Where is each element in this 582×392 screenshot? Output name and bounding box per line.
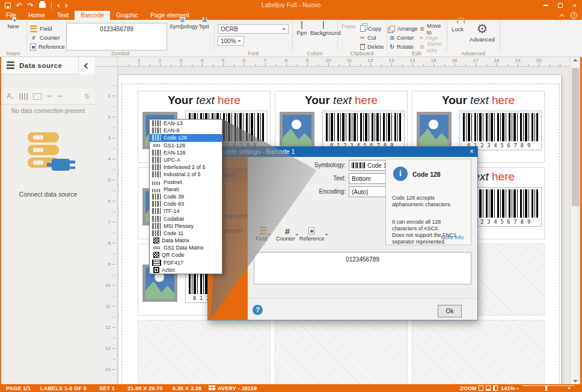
connect-data-source-icon[interactable]: [28, 132, 76, 176]
dropdown-item-gs1-data-matrix[interactable]: GS1GS1 Data Matrix: [150, 244, 222, 251]
zoom-in-button[interactable]: +: [568, 385, 571, 391]
empty-label-cell[interactable]: [138, 320, 271, 384]
dropdown-item-code-128[interactable]: Code 128: [150, 134, 222, 141]
dropdown-item-code-39[interactable]: Code 39: [150, 193, 222, 200]
more-info-link[interactable]: More info: [441, 234, 464, 240]
dropdown-item-ean-8[interactable]: EAN-8: [150, 127, 222, 134]
ruler-corner: [95, 57, 118, 67]
connect-data-source-label[interactable]: Connect data source: [1, 191, 95, 198]
tab-graphic[interactable]: Graphic: [110, 11, 144, 20]
dropdown-item-gs1-128[interactable]: GS1GS1-128: [150, 142, 222, 149]
move-to-button[interactable]: ⊞Move to: [420, 25, 447, 32]
empty-label-cell[interactable]: [412, 320, 545, 384]
arrange-button[interactable]: Arrange: [390, 25, 418, 32]
tab-home[interactable]: Home: [22, 11, 51, 20]
font-family-select[interactable]: OCRB: [218, 24, 289, 34]
ruler-tick: [234, 64, 234, 66]
lock-button[interactable]: Lock: [448, 22, 467, 32]
dropdown-item-upc-a[interactable]: UPC-A: [150, 156, 222, 164]
merge-left-icon[interactable]: ▪◂▪: [58, 94, 63, 99]
dropdown-item-industrial-2-of-5[interactable]: Industrial 2 of 5: [150, 171, 222, 178]
label-text-red: here: [489, 94, 515, 106]
symbology-button[interactable]: ⚙ Symbology: [170, 22, 195, 36]
add-barcode-field-icon[interactable]: [19, 93, 28, 100]
dropdown-item-ean-128[interactable]: EAN-128: [150, 149, 222, 156]
dropdown-item-msi-plessey[interactable]: MSI Plessey: [150, 222, 222, 230]
ruler-tick: [465, 64, 466, 66]
scrollbar-thumb[interactable]: [572, 68, 580, 206]
image-placeholder[interactable]: [280, 112, 314, 149]
center-button[interactable]: ⊞Center: [390, 34, 414, 41]
copy-button[interactable]: Copy: [360, 25, 381, 32]
minimize-button[interactable]: [539, 0, 553, 11]
zoom-slider[interactable]: [522, 385, 575, 387]
collapse-panel-button[interactable]: [78, 57, 95, 75]
db-slot: [33, 161, 43, 165]
empty-label-cell[interactable]: [275, 320, 408, 384]
barcode[interactable]: 0123456789: [459, 111, 542, 150]
maximize-button[interactable]: [553, 0, 568, 11]
font-size-select[interactable]: 100%: [218, 36, 244, 46]
add-text-field-icon[interactable]: A+: [7, 92, 14, 100]
image-placeholder[interactable]: [417, 112, 452, 149]
barcode-value-input[interactable]: 0123456789: [254, 252, 471, 284]
label-text[interactable]: Your text here: [275, 93, 407, 108]
label-text[interactable]: Your text here: [138, 93, 270, 108]
advanced-button[interactable]: ⚙ Advanced: [467, 22, 497, 43]
tab-page-element[interactable]: Page element: [144, 11, 195, 20]
page-width-view-icon[interactable]: [486, 385, 491, 391]
dropdown-item-ean-13[interactable]: EAN-13: [150, 120, 222, 127]
help-icon[interactable]: ?: [571, 12, 577, 19]
help-icon[interactable]: ?: [253, 305, 263, 315]
ruler-tick: [297, 64, 298, 66]
reference-button[interactable]: Reference: [30, 43, 65, 51]
background-color-button[interactable]: Background: [310, 22, 337, 43]
dropdown-item-data-matrix[interactable]: Data Matrix: [150, 237, 222, 244]
ok-button[interactable]: Ok: [438, 305, 462, 317]
barcode-text-button[interactable]: A Text: [196, 22, 212, 36]
counter-button[interactable]: #Counter: [30, 34, 60, 41]
merge-right-icon[interactable]: ▪▸▪: [47, 94, 52, 99]
dialog-counter-button[interactable]: # Counter: [275, 226, 299, 242]
dropdown-item-pdf417[interactable]: PDF417: [150, 259, 222, 266]
rotate-button[interactable]: ↻Rotate: [390, 43, 414, 51]
scroll-down-icon[interactable]: [573, 380, 578, 382]
dialog-reference-button[interactable]: Reference: [299, 226, 323, 242]
dropdown-item-code-93[interactable]: Code 93: [150, 200, 222, 207]
dialog-close-button[interactable]: ×: [470, 147, 474, 157]
new-barcode-button[interactable]: + New: [2, 22, 24, 29]
symbol-value-input[interactable]: 0123456789: [66, 23, 167, 51]
one-page-view-icon[interactable]: [479, 385, 483, 391]
template-button[interactable]: AVERY - J8159: [218, 385, 257, 391]
pen-color-button[interactable]: Pen: [293, 22, 310, 43]
tab-text[interactable]: Text: [51, 11, 75, 20]
dropdown-item-aztec[interactable]: Aztec: [150, 266, 222, 274]
dropdown-item-postnet[interactable]: Postnet: [150, 179, 222, 186]
tab-file[interactable]: File: [0, 11, 22, 20]
delete-button[interactable]: Delete: [360, 43, 384, 51]
dropdown-item-qr-code[interactable]: QR Code: [150, 251, 222, 259]
vertical-scrollbar[interactable]: [570, 57, 580, 384]
same-size-button[interactable]: ⊞Same size: [420, 43, 447, 51]
cut-button[interactable]: ✂Cut: [360, 34, 376, 41]
fit-page-view-icon[interactable]: [493, 385, 498, 391]
dropdown-item-codabar[interactable]: Codabar: [150, 215, 222, 222]
close-button[interactable]: ×: [568, 0, 582, 11]
label-text[interactable]: Your text here: [412, 93, 544, 108]
zoom-slider-handle[interactable]: [545, 385, 547, 391]
dropdown-item-itf-14[interactable]: ITF-14: [150, 207, 222, 215]
barcode[interactable]: 0123456789: [322, 111, 405, 150]
sort-icon[interactable]: ⇅: [84, 93, 90, 100]
tab-barcode[interactable]: Barcode: [75, 11, 110, 20]
scroll-up-icon[interactable]: [573, 59, 578, 61]
dropdown-item-interleaved-2-of-5[interactable]: Interleaved 2 of 5: [150, 164, 222, 171]
dropdown-item-code-11[interactable]: Code 11: [150, 230, 222, 237]
add-image-field-icon[interactable]: [33, 93, 41, 100]
zoom-out-button[interactable]: –: [516, 385, 519, 391]
dropdown-item-planet[interactable]: Planet: [150, 186, 222, 193]
ruler-tick: [112, 138, 115, 138]
dropdown-item-label: EAN-8: [164, 127, 180, 133]
paste-button[interactable]: Paste: [340, 22, 358, 29]
field-button[interactable]: Field: [30, 25, 52, 32]
collapse-ribbon-icon[interactable]: [559, 14, 564, 19]
